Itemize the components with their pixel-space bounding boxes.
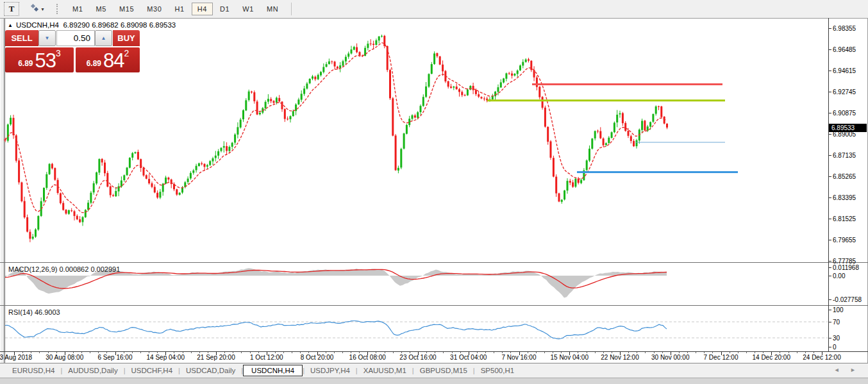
- time-minor-tick: [805, 352, 806, 353]
- price-tick-label: 6.83395: [833, 194, 856, 201]
- time-minor-tick: [544, 352, 545, 353]
- time-minor-tick: [730, 352, 730, 353]
- price-tick-mark: [829, 49, 831, 50]
- price-tick-mark: [829, 155, 831, 156]
- tab-scroll-arrows[interactable]: ◄ ►: [834, 367, 860, 373]
- time-minor-tick: [376, 352, 376, 353]
- time-minor-tick: [292, 352, 292, 353]
- price-tick-label: 6.87135: [833, 152, 856, 159]
- time-minor-tick: [224, 352, 225, 353]
- buy-price-big: 84: [103, 52, 124, 70]
- collapse-arrow-icon[interactable]: ▲: [8, 22, 13, 28]
- buy-button[interactable]: BUY: [113, 30, 140, 46]
- tab-gbpusd-m15[interactable]: GBPUSD,M15: [414, 365, 473, 376]
- rsi-tick-mark: [829, 338, 831, 338]
- volume-input[interactable]: 0.50: [56, 30, 95, 46]
- time-axis-label: 15 Nov 04:00: [551, 354, 589, 361]
- tab-usdcnh-h4[interactable]: USDCNH,H4: [243, 365, 303, 376]
- macd-tick-mark: [829, 276, 831, 276]
- macd-tick-mark: [829, 267, 831, 268]
- sell-price-display[interactable]: 6.89 53 3: [5, 47, 74, 72]
- sell-button[interactable]: SELL: [5, 30, 38, 46]
- price-tick-label: 6.94615: [833, 67, 856, 74]
- time-minor-tick: [763, 352, 764, 353]
- time-minor-tick: [536, 352, 537, 353]
- tab-audusd-daily[interactable]: AUDUSD,Daily: [62, 365, 123, 376]
- time-axis-label: 14 Sep 04:00: [147, 354, 185, 361]
- volume-increase-button[interactable]: ▲: [95, 30, 112, 46]
- tab-sp500-h1[interactable]: SP500,H1: [475, 365, 520, 376]
- trading-app-window: T ▾ M1M5M15M30H1H4D1W1MN ▲USDCNH,H4 6.89…: [0, 0, 868, 384]
- time-minor-tick: [208, 352, 208, 353]
- rsi-tick-label: 70: [833, 319, 840, 326]
- time-minor-tick: [73, 352, 74, 353]
- time-minor-tick: [342, 352, 343, 353]
- volume-decrease-button[interactable]: ▼: [38, 30, 56, 46]
- time-axis-label: 21 Sep 20:00: [197, 354, 235, 361]
- current-price-label: 6.89533: [829, 124, 867, 132]
- spin-up-icon: ▲: [101, 35, 106, 41]
- tab-usdjpy-h4[interactable]: USDJPY,H4: [305, 365, 356, 376]
- price-macd-separator[interactable]: [0, 262, 868, 263]
- time-minor-tick: [250, 352, 251, 353]
- tab-xauusd-m1[interactable]: XAUUSD,M1: [358, 365, 412, 376]
- price-tick-mark: [829, 176, 831, 177]
- macd-indicator-label: MACD(12,26,9) 0.000862 0.002991: [8, 265, 120, 273]
- time-minor-tick: [157, 352, 158, 353]
- rsi-tick-mark: [829, 347, 831, 347]
- price-tick-mark: [829, 197, 831, 198]
- time-minor-tick: [300, 352, 301, 353]
- time-axis-label: 23 Aug 2018: [0, 354, 32, 361]
- time-minor-tick: [199, 352, 200, 353]
- time-minor-tick: [435, 352, 435, 353]
- price-tick-mark: [829, 261, 831, 262]
- time-minor-tick: [780, 352, 780, 353]
- time-minor-tick: [587, 352, 587, 353]
- time-minor-tick: [502, 352, 503, 353]
- chart-symbol-label: USDCNH,H4: [16, 21, 59, 29]
- time-minor-tick: [528, 352, 528, 353]
- chart-title: ▲USDCNH,H4 6.89290 6.89682 6.89098 6.895…: [8, 21, 176, 29]
- price-axis-border: [828, 18, 829, 352]
- sell-price-sup: 3: [56, 49, 61, 57]
- time-axis-label: 8 Oct 20:00: [301, 354, 334, 361]
- time-minor-tick: [393, 352, 394, 353]
- time-minor-tick: [460, 352, 461, 353]
- rsi-tick-mark: [829, 322, 831, 322]
- tab-usdchf-h4[interactable]: USDCHF,H4: [126, 365, 179, 376]
- time-minor-tick: [443, 352, 444, 353]
- time-axis-label: 22 Nov 12:00: [601, 354, 639, 361]
- price-tick-label: 6.90875: [833, 110, 856, 117]
- macd-tick-label: 0.00: [833, 272, 845, 280]
- tab-usdcad-daily[interactable]: USDCAD,Daily: [180, 365, 241, 376]
- time-minor-tick: [132, 352, 133, 353]
- tab-eurusd-h4[interactable]: EURUSD,H4: [6, 365, 60, 376]
- price-tick-mark: [829, 71, 831, 71]
- time-minor-tick: [679, 352, 680, 353]
- time-minor-tick: [755, 352, 755, 353]
- time-minor-tick: [241, 352, 242, 353]
- time-axis-label: 30 Aug 08:00: [46, 354, 83, 361]
- macd-tick-label: 0.011968: [833, 264, 859, 271]
- time-minor-tick: [283, 352, 284, 353]
- time-minor-tick: [191, 352, 192, 353]
- buy-price-prefix: 6.89: [87, 57, 101, 70]
- time-axis-label: 16 Oct 08:00: [349, 354, 386, 361]
- buy-price-sup: 2: [124, 49, 129, 57]
- time-minor-tick: [452, 352, 453, 353]
- rsi-indicator-label: RSI(14) 46.9003: [8, 308, 60, 316]
- time-minor-tick: [494, 352, 494, 353]
- time-minor-tick: [56, 352, 57, 353]
- time-minor-tick: [39, 352, 40, 353]
- time-minor-tick: [696, 352, 696, 353]
- time-minor-tick: [326, 352, 326, 353]
- macd-rsi-separator[interactable]: [0, 305, 868, 306]
- time-minor-tick: [140, 352, 141, 353]
- sell-price-prefix: 6.89: [18, 57, 33, 70]
- buy-price-display[interactable]: 6.89 84 2: [76, 47, 140, 72]
- time-minor-tick: [704, 352, 705, 353]
- time-minor-tick: [797, 352, 797, 353]
- macd-tick-mark: [829, 299, 831, 300]
- time-minor-tick: [738, 352, 739, 353]
- time-minor-tick: [98, 352, 99, 353]
